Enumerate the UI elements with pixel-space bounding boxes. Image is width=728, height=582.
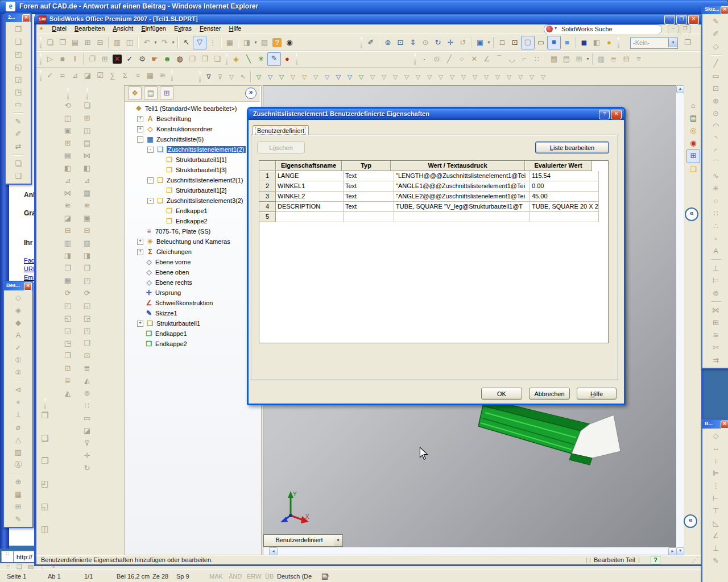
tree-expander[interactable]: -	[147, 147, 154, 153]
assembly-toolbar-icon-10[interactable]: ▣	[81, 212, 93, 225]
collapse-items-icon[interactable]: ⊟	[620, 53, 632, 65]
features-toolbar-icon-22[interactable]: ⊡	[61, 362, 74, 375]
macro-pause-icon[interactable]: ‖	[69, 53, 81, 65]
ellipse-icon[interactable]: ○	[710, 195, 722, 207]
float-title-bar[interactable]: Bes...✕	[4, 282, 32, 290]
auto-dimension-icon[interactable]: ⊚	[710, 287, 722, 300]
row-number[interactable]: 5	[259, 212, 276, 222]
tree-item[interactable]: -▦Zuschnittsliste(5)	[126, 134, 259, 144]
close-icon[interactable]: ✕	[22, 14, 30, 22]
task-pane-arrow-icon[interactable]: ▾	[253, 36, 258, 49]
features-toolbar-icon-17[interactable]: ◰	[61, 300, 74, 312]
cosmos-globe-icon[interactable]: ◍	[173, 53, 186, 65]
assembly-toolbar-icon-16[interactable]: ⟳	[81, 287, 93, 300]
assembly-toolbar-icon-12[interactable]: ▥	[81, 237, 93, 250]
view-cube-icon-3[interactable]: ❐	[39, 455, 51, 477]
view-cube-icon-2[interactable]: ❑	[39, 432, 51, 455]
horizontal-ordinate-icon[interactable]: ⊢	[710, 492, 722, 505]
assembly-toolbar-icon-4[interactable]: ▤	[81, 137, 93, 149]
toolbar-grip[interactable]	[44, 398, 46, 409]
filter-axes-icon[interactable]: ▽	[310, 71, 321, 82]
print-icon[interactable]: ▥	[111, 36, 123, 49]
assembly-toolbar-icon-30[interactable]: ↻	[81, 462, 93, 475]
grid-cell[interactable]	[530, 212, 599, 222]
geometric-tolerance-icon[interactable]: ⊥	[12, 409, 24, 421]
sketch-plane-icon[interactable]: ◈	[230, 53, 242, 65]
mirror-entities-icon[interactable]: ⋈	[710, 304, 722, 317]
tree-expander[interactable]: -	[137, 136, 143, 143]
section-view-icon[interactable]: ◧	[590, 36, 603, 49]
orbit-icon[interactable]: ✐	[365, 36, 377, 49]
list-icon[interactable]: ≣	[607, 53, 620, 65]
view-cube-icon-5[interactable]: ◱	[39, 500, 51, 523]
sketch-icon[interactable]: ✎	[267, 52, 281, 66]
grid-cell[interactable]: "LENGTH@@@Zuschnittslistenelement1@Tei	[394, 171, 530, 181]
tree-item[interactable]: ◇Ebene vorne	[126, 257, 259, 267]
filter-vertices-icon[interactable]: ▽	[253, 71, 264, 82]
tree-item[interactable]: ∠Schweißkonstruktion	[126, 298, 259, 308]
assembly-toolbar-icon-8[interactable]: ▦	[81, 187, 93, 199]
angular-dimension-icon[interactable]: ∠	[710, 530, 722, 542]
spellcheck-annotation-icon[interactable]: ✓	[12, 342, 24, 354]
tree-item[interactable]: ✛Ursprung	[126, 288, 259, 298]
grid-cell[interactable]	[344, 212, 394, 222]
row-number[interactable]: 2	[259, 181, 276, 192]
open-document-icon[interactable]: ❐	[56, 36, 69, 49]
circular-pattern-icon[interactable]: ∴	[710, 220, 722, 232]
check-entity-icon[interactable]: ☑	[94, 69, 106, 82]
features-toolbar-icon-20[interactable]: ◳	[61, 337, 74, 350]
user-icon[interactable]: ☻	[161, 53, 173, 65]
help-icon[interactable]: ?	[272, 38, 282, 47]
solidworks-resources-tab[interactable]: ◉	[687, 137, 700, 149]
wireframe-cube-icon[interactable]: ❑	[12, 36, 24, 48]
text-icon[interactable]: A	[710, 245, 722, 257]
pan-icon[interactable]: ✛	[444, 36, 457, 49]
macro-stop-icon[interactable]: ■	[56, 53, 69, 65]
datum-target-icon[interactable]: ⌖	[12, 396, 24, 409]
layer-combo[interactable]: -Kein- ▾	[630, 38, 678, 49]
new-document-icon[interactable]: ❏	[44, 36, 56, 49]
features-toolbar-icon-2[interactable]: ◫	[61, 112, 74, 124]
features-toolbar-icon-6[interactable]: ◧	[61, 162, 74, 174]
tree-item[interactable]: ❒Endkappe1	[126, 206, 259, 216]
convert-entities-icon[interactable]: ⊞	[710, 317, 722, 329]
vertical-ordinate-icon[interactable]: ⊤	[710, 505, 722, 517]
menu-item-fenster[interactable]: Fenster	[196, 24, 225, 32]
modify-sketch-icon[interactable]: ✐	[12, 128, 24, 140]
corner-tool-icon[interactable]: ⌐	[518, 53, 531, 65]
redo-arrow-icon[interactable]: ▾	[171, 36, 176, 49]
features-toolbar-icon-21[interactable]: ❒	[61, 350, 74, 362]
curvature-icon[interactable]: ≋	[156, 69, 169, 82]
section-properties-icon[interactable]: ◪	[81, 69, 94, 82]
help-button[interactable]: Hilfe	[577, 388, 617, 400]
rotate-about-axis-icon[interactable]: ↺	[457, 36, 469, 49]
design-table-icon[interactable]: ▦	[548, 53, 560, 65]
box-tool-1-icon[interactable]: ❒	[186, 53, 198, 65]
grid-cell[interactable]: TUBE, SQUARE 20 X 20	[530, 202, 599, 212]
zoom-inout-icon[interactable]: ⇕	[407, 36, 419, 49]
add-relation-icon[interactable]: ⊥	[710, 262, 722, 275]
features-toolbar-icon-9[interactable]: ≋	[61, 199, 74, 212]
assembly-toolbar-icon-26[interactable]: ▭	[81, 412, 93, 425]
weld-symbol-icon[interactable]: ⊲	[12, 384, 24, 396]
assembly-toolbar-icon-19[interactable]: ◳	[81, 325, 93, 337]
file-explorer-tab[interactable]: ◎	[687, 124, 700, 137]
pattern-b-icon[interactable]: ❏	[12, 170, 24, 182]
filter-routing-points-icon[interactable]: ▽	[492, 71, 503, 82]
features-toolbar-icon-11[interactable]: ⊟	[61, 225, 74, 237]
sketch-3d-icon[interactable]: ✐	[710, 28, 722, 40]
configuration-button[interactable]: Benutzerdefiniert	[263, 534, 335, 547]
magnified-callout-1-icon[interactable]: ①	[12, 354, 24, 367]
grid-cell[interactable]: Text	[344, 181, 394, 192]
tangent-arc-icon[interactable]: ◡	[506, 53, 518, 65]
hidden-lines-visible-icon[interactable]: ⊡	[508, 36, 521, 49]
polygon-icon[interactable]: ⊡	[710, 82, 722, 95]
filter-hole-callouts-icon[interactable]: ▽	[401, 71, 412, 82]
features-toolbar-icon-19[interactable]: ◲	[61, 325, 74, 337]
extend-entities-icon[interactable]: ⇉	[710, 354, 722, 367]
block-icon[interactable]: Ⓐ	[12, 459, 24, 471]
zoom-fit-icon[interactable]: ⊚	[382, 36, 394, 49]
grid-cell[interactable]: 115.54	[530, 171, 599, 181]
view-cube-icon-1[interactable]: ❒	[39, 409, 51, 432]
grid-cell[interactable]: WINKEL1	[276, 181, 344, 192]
